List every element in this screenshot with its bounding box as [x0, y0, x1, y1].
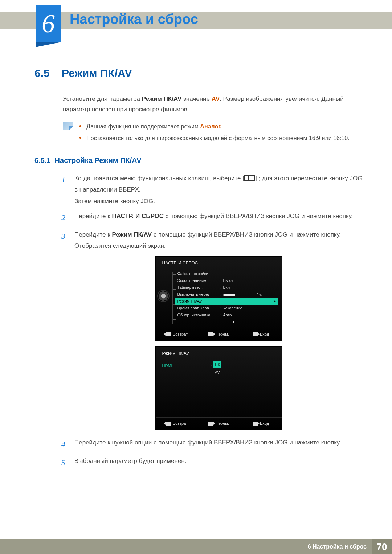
osd-option: AV — [213, 369, 221, 376]
note-icon — [63, 122, 73, 130]
osd-panel-setup: НАСТР. И СБРОС Фабр. настройкиЭкосохране… — [155, 256, 282, 341]
step-emphasis: Режим ПК/AV — [112, 231, 152, 238]
menu-key-icon — [244, 175, 255, 181]
step-item: 2 Перейдите к НАСТР. И СБРОС с помощью ф… — [61, 210, 363, 225]
note-text: Поставляется только для широкоэкранных м… — [86, 133, 349, 143]
osd-title: Режим ПК/AV — [156, 347, 282, 359]
osd-row-value: Ускорение — [223, 304, 278, 312]
osd-row: Таймер выкл.:Вкл — [175, 284, 278, 291]
subsection-title: Настройка Режим ПК/AV — [55, 156, 142, 164]
move-icon — [208, 422, 213, 426]
step-number: 3 — [61, 229, 68, 433]
osd-foot-label: Возврат — [173, 331, 188, 338]
step-item: 5 Выбранный параметр будет применен. — [61, 455, 363, 470]
move-icon — [208, 332, 213, 336]
osd-footer: Возврат Перем. Вход — [156, 417, 282, 429]
step-emphasis: НАСТР. И СБРОС — [112, 213, 164, 219]
back-icon — [166, 332, 171, 336]
osd-colon: : — [219, 277, 222, 284]
osd-row-label: Режим ПК/AV — [177, 297, 217, 305]
section-heading: 6.5Режим ПК/AV — [34, 67, 363, 79]
step-text: с помощью функций ВВЕРХ/ВНИЗ кнопки JOG … — [164, 213, 353, 219]
chevron-down-icon: ▾ — [175, 319, 278, 325]
osd-row-value: Выкл — [223, 277, 278, 284]
enter-icon — [253, 422, 258, 426]
osd-foot-label: Перем. — [216, 420, 229, 427]
bullet-icon: • — [79, 122, 81, 132]
osd-panel-mode: Режим ПК/AV HDMI: ПК AV Возврат Перем. В… — [155, 346, 282, 430]
step-text: Отобразится следующий экран: — [74, 242, 166, 249]
osd-foot-label: Вход — [260, 331, 269, 338]
osd-row-label: Таймер выкл. — [177, 284, 217, 291]
osd-colon: : — [211, 364, 212, 368]
note-text: Данная функция не поддерживает режим — [86, 123, 200, 130]
tree-lines — [171, 271, 176, 326]
osd-row: Обнар. источника:Авто — [175, 312, 278, 319]
intro-text: Установите для параметра — [63, 95, 142, 102]
osd-row: Выключить через:4ч. — [175, 291, 278, 298]
step-item: 4 Перейдите к нужной опции с помощью фун… — [61, 437, 363, 452]
enter-icon — [253, 332, 258, 336]
osd-source-label: HDMI — [162, 362, 211, 369]
osd-row-label: Фабр. настройки — [177, 270, 217, 277]
step-number: 4 — [61, 437, 68, 452]
osd-row-label: Обнар. источника — [177, 311, 217, 319]
osd-colon: : — [219, 304, 222, 312]
intro-paragraph: Установите для параметра Режим ПК/AV зна… — [63, 94, 363, 115]
osd-foot-label: Вход — [260, 420, 269, 427]
step-text: Затем нажмите кнопку JOG. — [74, 198, 155, 205]
section-title: Режим ПК/AV — [62, 67, 132, 79]
osd-colon: : — [219, 284, 222, 291]
osd-colon: : — [219, 291, 222, 298]
subsection-heading: 6.5.1 Настройка Режим ПК/AV — [34, 156, 363, 165]
section-number: 6.5 — [34, 67, 62, 79]
step-number: 2 — [61, 210, 68, 225]
osd-row: Время повт. клав.:Ускорение — [175, 305, 278, 312]
intro-text: значение — [181, 95, 211, 102]
intro-value: AV — [212, 95, 220, 102]
footer-chapter-label: 6 Настройка и сброс — [303, 539, 372, 554]
osd-row-value: Вкл — [223, 284, 278, 291]
page-footer: 6 Настройка и сброс 70 — [0, 539, 392, 554]
step-number: 1 — [61, 173, 68, 207]
osd-row: Режим ПК/AV▸ — [175, 298, 278, 305]
step-item: 1 Когда появится меню функциональных кла… — [61, 173, 363, 207]
step-text: с помощью функций ВВЕРХ/ВНИЗ кнопки JOG … — [152, 231, 341, 238]
step-text: Перейдите к — [74, 231, 112, 238]
chapter-number-badge: 6 — [36, 5, 61, 42]
step-item: 3 Перейдите к Режим ПК/AV с помощью функ… — [61, 229, 363, 433]
back-icon — [166, 422, 171, 426]
osd-foot-label: Возврат — [173, 420, 188, 427]
chevron-right-icon: ▸ — [274, 298, 276, 304]
chapter-title: Настройка и сброс — [70, 12, 198, 27]
intro-param: Режим ПК/AV — [142, 95, 182, 102]
note-text: . — [222, 123, 223, 130]
osd-option-selected: ПК — [213, 361, 221, 368]
bullet-icon: • — [79, 133, 81, 143]
step-text: Перейдите к нужной опции с помощью функц… — [74, 439, 341, 446]
osd-slider-value: 4ч. — [257, 291, 262, 298]
osd-row-label: Экосохранение — [177, 277, 217, 284]
osd-row-label: Выключить через — [177, 291, 217, 298]
note-item: • Данная функция не поддерживает режим А… — [79, 122, 350, 132]
gear-icon — [158, 291, 169, 301]
osd-row-label: Время повт. клав. — [177, 304, 217, 312]
note-block: • Данная функция не поддерживает режим А… — [63, 122, 363, 145]
subsection-number: 6.5.1 — [34, 156, 50, 164]
osd-row-value: Авто — [223, 311, 278, 319]
osd-colon: : — [219, 311, 222, 319]
note-item: • Поставляется только для широкоэкранных… — [79, 133, 350, 143]
note-emphasis: Аналог. — [200, 123, 221, 130]
step-text: Когда появится меню функциональных клави… — [74, 175, 244, 182]
step-number: 5 — [61, 455, 68, 470]
step-text: Перейдите к — [74, 213, 112, 219]
osd-foot-label: Перем. — [216, 331, 229, 338]
step-text: Выбранный параметр будет применен. — [74, 457, 186, 464]
osd-title: НАСТР. И СБРОС — [156, 257, 282, 269]
osd-slider — [223, 294, 253, 296]
osd-row: Экосохранение:Выкл — [175, 277, 278, 284]
footer-page-number: 70 — [372, 539, 392, 554]
osd-row: Фабр. настройки — [175, 270, 278, 277]
osd-footer: Возврат Перем. Вход — [156, 328, 282, 340]
